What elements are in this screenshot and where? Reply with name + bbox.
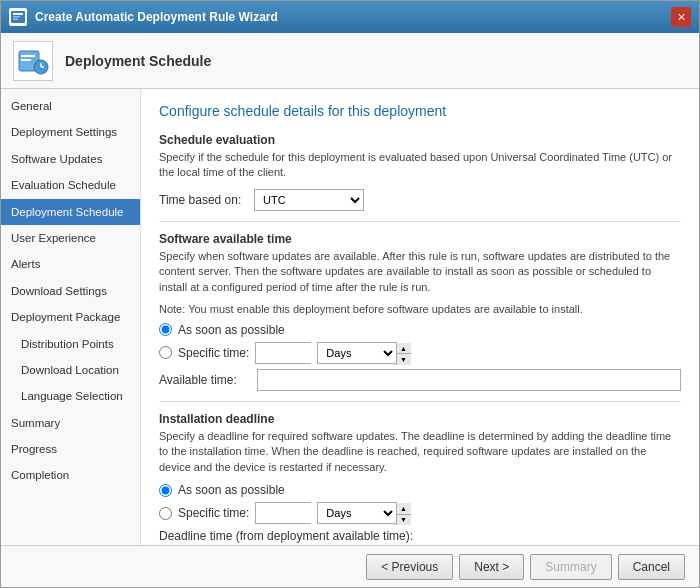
divider-2	[159, 401, 681, 402]
sidebar-item-download-settings[interactable]: Download Settings	[1, 278, 140, 304]
sidebar-item-deployment-package[interactable]: Deployment Package	[1, 304, 140, 330]
software-spinner: ▲ ▼	[255, 342, 311, 364]
title-bar-left: Create Automatic Deployment Rule Wizard	[9, 8, 278, 26]
svg-rect-8	[21, 55, 35, 57]
deadline-specific-radio[interactable]	[159, 507, 172, 520]
header-bar: Deployment Schedule	[1, 33, 699, 89]
sidebar-item-language-selection[interactable]: Language Selection	[1, 383, 140, 409]
deadline-time-field-label: Deadline time (from deployment available…	[159, 529, 413, 543]
cancel-button[interactable]: Cancel	[618, 554, 685, 580]
deadline-spinner: ▲ ▼	[255, 502, 311, 524]
sidebar-item-deployment-settings[interactable]: Deployment Settings	[1, 119, 140, 145]
software-spinner-down[interactable]: ▼	[395, 354, 411, 365]
svg-rect-3	[13, 19, 18, 21]
content-area: General Deployment Settings Software Upd…	[1, 89, 699, 545]
close-button[interactable]: ✕	[671, 7, 691, 27]
available-time-label: Available time:	[159, 373, 249, 387]
time-based-row: Time based on: UTC Client local time	[159, 189, 681, 211]
title-bar-text: Create Automatic Deployment Rule Wizard	[35, 10, 278, 24]
schedule-evaluation-label: Schedule evaluation	[159, 133, 681, 147]
sidebar-item-evaluation-schedule[interactable]: Evaluation Schedule	[1, 172, 140, 198]
software-asap-label[interactable]: As soon as possible	[178, 323, 285, 337]
sidebar-item-distribution-points[interactable]: Distribution Points	[1, 331, 140, 357]
deadline-days-select[interactable]: Days Weeks Months	[317, 502, 397, 524]
wizard-window: Create Automatic Deployment Rule Wizard …	[0, 0, 700, 588]
previous-button[interactable]: < Previous	[366, 554, 453, 580]
schedule-evaluation-desc: Specify if the schedule for this deploym…	[159, 150, 681, 181]
software-days-select[interactable]: Days Weeks Months	[317, 342, 397, 364]
available-time-input[interactable]	[257, 369, 681, 391]
software-specific-row: Specific time: ▲ ▼ Days Weeks Months	[159, 342, 681, 364]
footer: < Previous Next > Summary Cancel	[1, 545, 699, 587]
deadline-asap-radio[interactable]	[159, 484, 172, 497]
deadline-asap-row: As soon as possible	[159, 483, 681, 497]
schedule-evaluation-section: Schedule evaluation Specify if the sched…	[159, 133, 681, 211]
wizard-icon	[9, 8, 27, 26]
deadline-specific-label[interactable]: Specific time:	[178, 506, 249, 520]
software-available-label: Software available time	[159, 232, 681, 246]
next-button[interactable]: Next >	[459, 554, 524, 580]
deadline-specific-row: Specific time: ▲ ▼ Days Weeks Months	[159, 502, 681, 524]
sidebar-item-deployment-schedule[interactable]: Deployment Schedule	[1, 199, 140, 225]
header-title: Deployment Schedule	[65, 53, 211, 69]
sidebar-item-download-location[interactable]: Download Location	[1, 357, 140, 383]
svg-rect-2	[13, 16, 20, 18]
available-time-row: Available time:	[159, 369, 681, 391]
sidebar-item-software-updates[interactable]: Software Updates	[1, 146, 140, 172]
sidebar-item-general[interactable]: General	[1, 93, 140, 119]
software-available-section: Software available time Specify when sof…	[159, 232, 681, 391]
title-bar: Create Automatic Deployment Rule Wizard …	[1, 1, 699, 33]
time-based-select[interactable]: UTC Client local time	[254, 189, 364, 211]
deadline-spinner-up[interactable]: ▲	[395, 503, 411, 515]
sidebar-item-summary[interactable]: Summary	[1, 410, 140, 436]
svg-rect-9	[21, 59, 31, 61]
software-specific-label[interactable]: Specific time:	[178, 346, 249, 360]
divider-1	[159, 221, 681, 222]
software-asap-radio[interactable]	[159, 323, 172, 336]
installation-deadline-desc: Specify a deadline for required software…	[159, 429, 681, 475]
software-asap-row: As soon as possible	[159, 323, 681, 337]
deadline-spinner-down[interactable]: ▼	[395, 515, 411, 526]
page-title: Configure schedule details for this depl…	[159, 103, 681, 119]
installation-deadline-section: Installation deadline Specify a deadline…	[159, 412, 681, 545]
svg-rect-1	[13, 13, 23, 15]
header-icon	[13, 41, 53, 81]
summary-button[interactable]: Summary	[530, 554, 611, 580]
software-available-note: Note: You must enable this deployment be…	[159, 303, 681, 315]
installation-deadline-label: Installation deadline	[159, 412, 681, 426]
software-spinner-up[interactable]: ▲	[395, 343, 411, 355]
deadline-asap-label[interactable]: As soon as possible	[178, 483, 285, 497]
deadline-time-field-label-row: Deadline time (from deployment available…	[159, 529, 681, 543]
sidebar-item-alerts[interactable]: Alerts	[1, 251, 140, 277]
software-specific-radio[interactable]	[159, 346, 172, 359]
sidebar: General Deployment Settings Software Upd…	[1, 89, 141, 545]
sidebar-item-progress[interactable]: Progress	[1, 436, 140, 462]
sidebar-item-completion[interactable]: Completion	[1, 462, 140, 488]
main-content: Configure schedule details for this depl…	[141, 89, 699, 545]
sidebar-item-user-experience[interactable]: User Experience	[1, 225, 140, 251]
software-available-desc: Specify when software updates are availa…	[159, 249, 681, 295]
time-based-label: Time based on:	[159, 193, 244, 207]
